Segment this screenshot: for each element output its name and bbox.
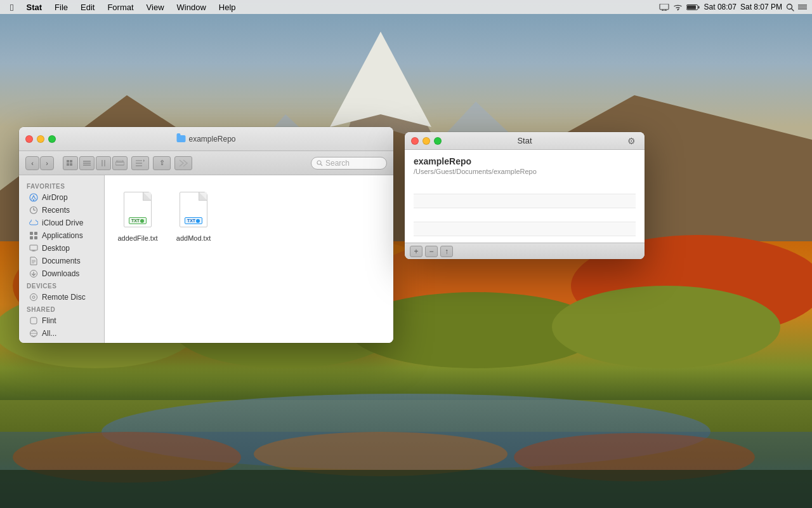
file-name-addedfile: addedFile.txt <box>118 234 158 243</box>
recents-icon <box>29 206 38 215</box>
stat-remove-button[interactable]: − <box>425 246 438 257</box>
stat-row-4 <box>414 222 636 236</box>
menubar-right: Sat 08:07 Sat 8:07 PM <box>659 3 807 11</box>
sidebar-item-downloads[interactable]: Downloads <box>22 267 102 280</box>
apple-menu[interactable]:  <box>5 0 18 14</box>
menubar-view[interactable]: View <box>141 0 169 14</box>
minimize-button[interactable] <box>37 135 44 143</box>
svg-rect-42 <box>115 162 124 165</box>
svg-rect-58 <box>34 236 37 239</box>
menubar-file[interactable]: File <box>49 0 73 14</box>
stat-add-button[interactable]: + <box>410 246 422 257</box>
menubar-screen-icon[interactable] <box>659 4 669 11</box>
share-button[interactable]: ⇧ <box>153 156 171 170</box>
sidebar-item-icloud[interactable]: iCloud Drive <box>22 217 102 229</box>
stat-titlebar: Stat ⚙ <box>405 132 645 150</box>
svg-rect-36 <box>70 163 72 166</box>
stat-content: exampleRepo /Users/Guest/Documents/examp… <box>405 150 645 243</box>
stat-share-button[interactable]: ↑ <box>440 246 453 257</box>
sidebar-label-airdrop: AirDrop <box>42 193 68 202</box>
sidebar-item-recents[interactable]: Recents <box>22 204 102 217</box>
file-item-addedfile[interactable]: TXT addedFile.txt <box>115 185 160 245</box>
menubar-app-name[interactable]: Stat <box>21 0 47 14</box>
icon-view-button[interactable] <box>63 156 78 170</box>
svg-rect-57 <box>30 236 33 239</box>
finder-title: exampleRepo <box>176 135 235 144</box>
applications-icon <box>29 231 38 240</box>
stat-rows <box>414 180 636 236</box>
back-button[interactable]: ‹ <box>25 156 39 170</box>
list-view-button[interactable] <box>79 156 95 170</box>
maximize-button[interactable] <box>48 135 56 143</box>
gallery-view-button[interactable] <box>112 156 128 170</box>
sidebar-label-desktop: Desktop <box>42 244 70 253</box>
search-placeholder: Search <box>325 159 350 168</box>
close-button[interactable] <box>25 135 33 143</box>
menubar-window[interactable]: Window <box>172 0 211 14</box>
file-badge-blue: TXT <box>185 217 202 224</box>
menubar-battery-icon[interactable] <box>686 4 700 11</box>
sidebar-item-remotedisc[interactable]: Remote Disc <box>22 291 102 304</box>
file-name-addmod: addMod.txt <box>176 234 211 243</box>
stat-close-button[interactable] <box>411 137 419 145</box>
gear-button[interactable]: ⚙ <box>624 134 638 148</box>
svg-point-67 <box>30 294 37 301</box>
stat-maximize-button[interactable] <box>434 137 442 145</box>
svg-point-28 <box>787 4 792 9</box>
svg-rect-69 <box>30 318 37 324</box>
sidebar-item-documents[interactable]: Documents <box>22 255 102 267</box>
sidebar-item-desktop[interactable]: Desktop <box>22 242 102 255</box>
sidebar-item-airdrop[interactable]: AirDrop <box>22 191 102 204</box>
menubar-menu-icon[interactable] <box>798 4 807 10</box>
search-box[interactable]: Search <box>311 157 387 170</box>
svg-point-13 <box>552 286 780 368</box>
svg-rect-34 <box>70 160 72 163</box>
menubar:  Stat File Edit Format View Window Help <box>0 0 812 14</box>
file-badge-txt-2: TXT <box>187 218 195 223</box>
menubar-edit[interactable]: Edit <box>75 0 100 14</box>
sidebar-item-flint[interactable]: Flint <box>22 314 102 327</box>
finder-body: Favorites AirDrop Recents iCloud Drive <box>19 175 393 343</box>
badge-blue-dot <box>196 219 200 223</box>
sidebar-item-all[interactable]: All... <box>22 327 102 340</box>
all-icon <box>29 329 38 338</box>
view-buttons <box>63 156 128 170</box>
menubar-left:  Stat File Edit Format View Window Help <box>5 0 241 14</box>
stat-window-title: Stat <box>517 136 532 145</box>
menubar-datetime1[interactable]: Sat 08:07 <box>704 3 737 11</box>
menubar-datetime2[interactable]: Sat 8:07 PM <box>740 3 782 11</box>
airdrop-icon <box>29 193 38 202</box>
forward-button[interactable]: › <box>40 156 54 170</box>
svg-rect-56 <box>34 232 37 235</box>
file-item-addmod[interactable]: TXT addMod.txt <box>171 185 216 245</box>
menubar-help[interactable]: Help <box>214 0 241 14</box>
stat-repo-name: exampleRepo <box>414 156 636 166</box>
downloads-icon <box>29 269 38 278</box>
column-view-button[interactable] <box>96 156 111 170</box>
badge-green-dot <box>140 219 144 223</box>
svg-point-68 <box>32 296 35 298</box>
finder-window: exampleRepo ‹ › <box>19 127 393 343</box>
flint-icon <box>29 316 38 325</box>
screen-icon <box>659 4 669 11</box>
svg-point-51 <box>33 199 34 201</box>
nav-buttons: ‹ › <box>25 156 54 170</box>
svg-rect-20 <box>660 4 669 10</box>
arrange-button[interactable] <box>131 156 149 170</box>
hamburger-icon <box>798 4 807 10</box>
svg-rect-33 <box>67 160 69 163</box>
sidebar-item-applications[interactable]: Applications <box>22 229 102 242</box>
menubar-format[interactable]: Format <box>102 0 138 14</box>
svg-rect-55 <box>30 232 33 235</box>
svg-rect-19 <box>0 470 812 508</box>
battery-icon <box>686 4 700 11</box>
file-badge-green: TXT <box>129 217 147 224</box>
svg-rect-26 <box>698 6 699 8</box>
stat-minimize-button[interactable] <box>422 137 430 145</box>
stat-window: Stat ⚙ exampleRepo /Users/Guest/Document… <box>405 132 645 259</box>
back-btn2[interactable] <box>174 156 192 170</box>
file-paper-addedfile: TXT <box>124 192 152 227</box>
desktop-icon <box>29 244 38 253</box>
menubar-wifi-icon[interactable] <box>673 4 683 11</box>
menubar-search-icon[interactable] <box>786 3 794 11</box>
